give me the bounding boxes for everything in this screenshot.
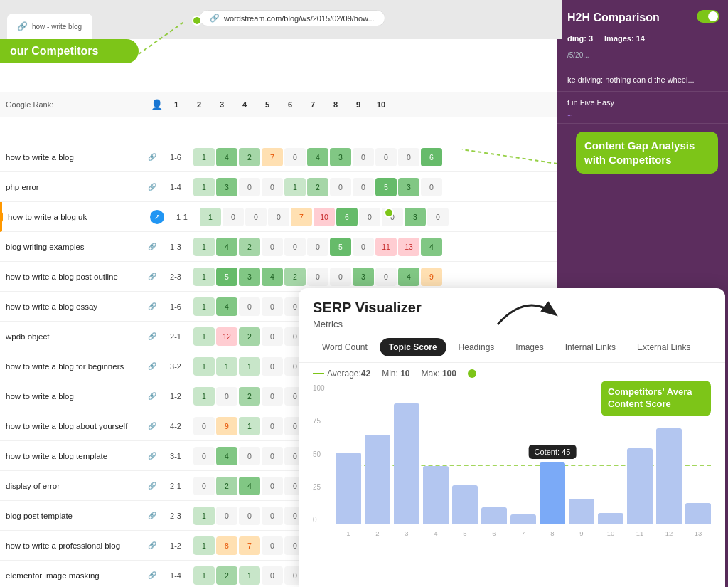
rank-num-10: 10: [370, 100, 392, 109]
kw-icon-0: 🔗: [148, 153, 161, 161]
cell-3-7: 0: [353, 238, 374, 256]
kw-name-13: how to write a professional blog: [6, 541, 148, 550]
rp-toggle[interactable]: [697, 10, 719, 23]
kw-name-5: how to write a blog essay: [6, 302, 148, 311]
tab-images[interactable]: Images: [506, 338, 552, 356]
comp-avg-line2: Content Score: [608, 398, 704, 411]
rp-stats: ding: 3 Images: 14: [557, 30, 728, 47]
cell-10-3: 0: [262, 447, 283, 465]
cell-1-5: 2: [307, 178, 328, 196]
cell-4-6: 0: [330, 268, 351, 286]
tab-word-count[interactable]: Word Count: [313, 338, 377, 356]
cell-10-2: 0: [239, 447, 260, 465]
gap-callout: Content Gap Analysis with Competitors: [576, 132, 718, 174]
tab-internal-links[interactable]: Internal Links: [556, 338, 625, 356]
bar-4: [452, 485, 478, 524]
min-stat: Min: 10: [382, 369, 410, 379]
browser-tab-1[interactable]: 🔗 how - write blog: [7, 14, 92, 39]
cell-14-1: 2: [216, 566, 237, 585]
bar-9: [598, 513, 623, 524]
kw-icon-10: 🔗: [148, 452, 161, 460]
y-label-50: 50: [313, 450, 334, 458]
cell-2-3: 0: [268, 208, 289, 226]
kw-range-9: 4-2: [161, 422, 191, 430]
x-label-6: 7: [510, 529, 536, 537]
rp-stat-images-label: Images:: [604, 34, 636, 43]
cell-4-7: 3: [353, 268, 374, 286]
kw-name-9: how to write a blog about yourself: [6, 422, 148, 430]
kw-icon-9: 🔗: [148, 422, 161, 430]
kw-row-4[interactable]: how to write a blog post outline🔗2-31534…: [0, 262, 562, 292]
cell-11-0: 0: [193, 477, 215, 495]
kw-range-11: 2-1: [161, 482, 191, 490]
cell-4-10: 9: [421, 268, 442, 286]
tab-external-links[interactable]: External Links: [628, 338, 700, 356]
cell-0-6: 3: [330, 148, 351, 166]
kw-range-6: 2-1: [161, 332, 191, 341]
bar-5: [481, 507, 507, 524]
cell-3-8: 11: [375, 238, 397, 256]
cell-3-4: 0: [284, 238, 306, 256]
cell-7-2: 1: [239, 357, 260, 376]
cell-7-3: 0: [262, 357, 283, 376]
cell-1-4: 1: [284, 178, 306, 196]
cell-7-1: 1: [216, 357, 237, 376]
kw-icon-3: 🔗: [148, 243, 161, 250]
tab-topic-score[interactable]: Topic Score: [380, 338, 446, 356]
comp-avg-callout: Competitors' Avera Content Score: [601, 381, 711, 416]
rp-article-title-2: t in Five Easy: [567, 97, 718, 108]
kw-range-13: 1-2: [161, 541, 191, 550]
kw-row-3[interactable]: blog writing examples🔗1-31420005011134: [0, 232, 562, 262]
bar-12: [685, 503, 711, 524]
avg-indicator: Average: 42: [313, 369, 370, 379]
rp-stat-heading-value: 3: [589, 34, 593, 43]
rank-num-4: 4: [233, 100, 256, 109]
kw-name-3: blog writing examples: [6, 243, 148, 251]
rp-date: /5/20...: [557, 47, 728, 63]
cell-0-7: 0: [353, 148, 374, 166]
competitor-banner-text: our Competitors: [10, 45, 98, 57]
cell-9-0: 0: [193, 417, 215, 435]
cell-0-5: 4: [307, 148, 328, 166]
cell-4-0: 1: [193, 268, 215, 286]
cell-3-1: 4: [216, 238, 237, 256]
y-label-0: 0: [313, 516, 334, 524]
bar-11: [656, 428, 682, 524]
kw-icon-12: 🔗: [148, 512, 161, 519]
rank-num-6: 6: [279, 100, 301, 109]
bar-tooltip-8: Cotent: 45: [529, 445, 577, 459]
cell-2-0: 1: [200, 208, 221, 226]
cell-7-0: 1: [193, 357, 215, 376]
kw-range-14: 1-4: [161, 571, 191, 580]
bar-7: Cotent: 45: [540, 462, 565, 524]
serp-tabs: Word Count Topic Score Headings Images I…: [299, 335, 725, 363]
kw-row-1[interactable]: php error🔗1-413001200530: [0, 172, 562, 202]
kw-name-7: how to write a blog for beginners: [6, 362, 148, 371]
cell-0-3: 7: [262, 148, 283, 166]
main-wrapper: 🔗 how - write blog 🔗 wordstream.com/blog…: [0, 0, 728, 587]
url-box[interactable]: 🔗 wordstream.com/blog/ws/2015/02/09/how.…: [199, 10, 385, 26]
x-label-5: 6: [481, 529, 507, 537]
min-value: 10: [400, 369, 410, 379]
x-label-7: 8: [540, 529, 565, 537]
kw-name-10: how to write a blog template: [6, 452, 148, 460]
kw-range-1: 1-4: [161, 183, 191, 191]
rank-num-2: 2: [188, 100, 210, 109]
tab-headings[interactable]: Headings: [449, 338, 504, 356]
cell-10-1: 4: [216, 447, 237, 465]
rp-stat-heading-label: ding:: [567, 34, 589, 43]
rank-num-9: 9: [347, 100, 370, 109]
kw-row-0[interactable]: how to write a blog🔗1-614270430006: [0, 142, 562, 172]
cell-2-9: 3: [405, 208, 426, 226]
competitor-banner: our Competitors: [0, 39, 139, 63]
cell-3-2: 2: [239, 238, 260, 256]
cell-0-1: 4: [216, 148, 237, 166]
bar-3: [423, 466, 449, 524]
cell-0-10: 6: [421, 148, 442, 166]
max-stat: Max: 100: [422, 369, 456, 379]
cell-1-0: 1: [193, 178, 215, 196]
comp-avg-line1: Competitors' Avera: [608, 386, 704, 398]
kw-row-2[interactable]: Copiedhow to write a blog uk↗1-110007106…: [0, 202, 562, 232]
cell-3-0: 1: [193, 238, 215, 256]
cell-9-2: 1: [239, 417, 260, 435]
